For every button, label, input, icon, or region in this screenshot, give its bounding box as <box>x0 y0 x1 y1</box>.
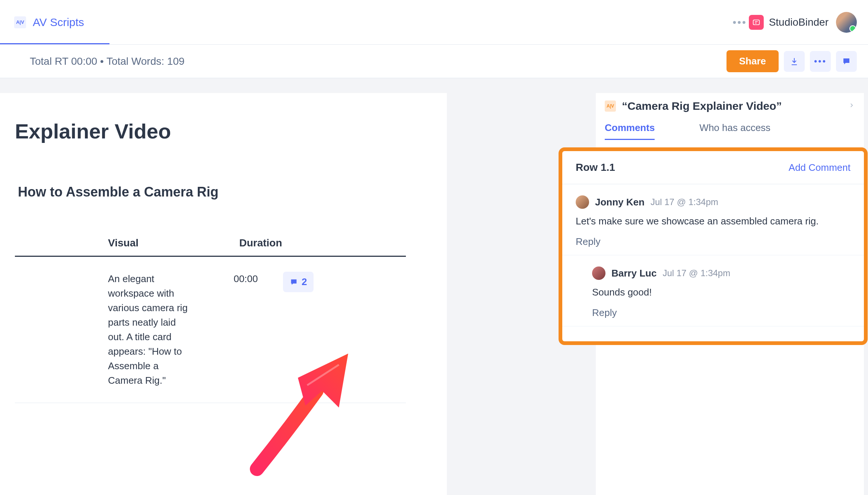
comment-body: Let's make sure we showcase an assembled… <box>576 214 850 229</box>
table-header: Visual Duration <box>15 237 406 257</box>
toolbar-more-button[interactable]: ••• <box>810 51 831 72</box>
main-area: Explainer Video How to Assemble a Camera… <box>0 78 868 495</box>
comment-body: Sounds good! <box>592 285 850 300</box>
share-button[interactable]: Share <box>726 50 779 72</box>
side-header: A|V “Camera Rig Explainer Video” <box>596 93 864 115</box>
side-tabs: Comments Who has access <box>596 115 864 140</box>
comment-icon <box>290 278 298 286</box>
tab-comments[interactable]: Comments <box>605 122 655 140</box>
tab-access[interactable]: Who has access <box>699 122 770 140</box>
more-menu-button[interactable]: ••• <box>731 13 749 31</box>
side-title: “Camera Rig Explainer Video” <box>622 100 842 112</box>
comment-date: Jul 17 @ 1:34pm <box>662 268 730 278</box>
toolbar: Total RT 00:00 • Total Words: 109 Share … <box>0 45 868 78</box>
cell-duration: 00:00 <box>209 272 283 285</box>
toolbar-comments-button[interactable] <box>836 51 857 72</box>
top-nav: A|V AV Scripts ••• StudioBinder <box>0 0 868 45</box>
doc-stats: Total RT 00:00 • Total Words: 109 <box>30 55 185 67</box>
script-table: Visual Duration An elegant workspace wit… <box>15 237 406 403</box>
avatar-icon <box>576 195 589 209</box>
comment-author: Jonny Ken <box>595 197 645 208</box>
tab-av-scripts[interactable]: A|V AV Scripts <box>11 0 87 44</box>
col-duration: Duration <box>209 237 313 249</box>
svg-rect-0 <box>753 20 759 25</box>
row-header: Row 1.1 Add Comment <box>562 151 864 184</box>
reply-link[interactable]: Reply <box>592 307 850 319</box>
add-comment-link[interactable]: Add Comment <box>789 162 850 173</box>
col-visual: Visual <box>15 237 209 249</box>
collapse-panel-button[interactable] <box>848 101 855 111</box>
comment-item: Barry Luc Jul 17 @ 1:34pm Sounds good! R… <box>562 255 864 326</box>
table-row[interactable]: An elegant workspace with various camera… <box>15 257 406 403</box>
comment-count: 2 <box>302 276 307 288</box>
av-scripts-icon: A|V <box>14 16 26 28</box>
side-app-icon: A|V <box>605 100 616 112</box>
comment-author: Barry Luc <box>611 268 656 279</box>
document-panel: Explainer Video How to Assemble a Camera… <box>0 93 447 495</box>
row-label: Row 1.1 <box>576 162 615 173</box>
doc-subtitle: How to Assemble a Camera Rig <box>18 184 432 200</box>
tab-label: AV Scripts <box>33 16 84 29</box>
doc-title: Explainer Video <box>15 119 432 143</box>
brand-icon[interactable] <box>749 15 764 30</box>
export-pdf-button[interactable] <box>784 51 805 72</box>
comment-date: Jul 17 @ 1:34pm <box>651 197 718 207</box>
reply-link[interactable]: Reply <box>576 236 850 248</box>
avatar-icon <box>592 266 605 280</box>
comments-panel: A|V “Camera Rig Explainer Video” Comment… <box>596 93 864 495</box>
comments-highlight: Row 1.1 Add Comment Jonny Ken Jul 17 @ 1… <box>559 147 868 345</box>
user-avatar[interactable] <box>836 12 857 33</box>
cell-visual: An elegant workspace with various camera… <box>15 272 209 388</box>
brand-name: StudioBinder <box>769 16 829 28</box>
comment-item: Jonny Ken Jul 17 @ 1:34pm Let's make sur… <box>562 184 864 255</box>
row-comment-chip[interactable]: 2 <box>283 272 314 292</box>
